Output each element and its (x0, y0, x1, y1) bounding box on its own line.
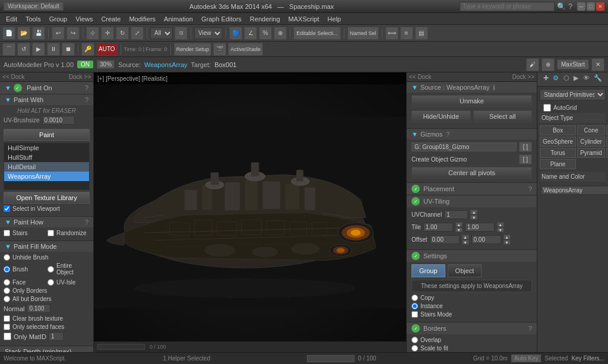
cmd-hierarchy[interactable]: ⬡ (563, 74, 569, 82)
view-dropdown[interactable]: View (194, 27, 223, 39)
create-gizmo-btn[interactable]: [ ] (519, 154, 532, 164)
tb-undo[interactable]: ↩ (52, 27, 65, 40)
uv-isle-radio[interactable] (48, 279, 54, 286)
tb-ref-coord[interactable]: ⊡ (175, 27, 188, 40)
paint-how-question[interactable]: ? (85, 219, 88, 226)
auto-key-btn[interactable]: Auto Key (511, 354, 542, 362)
obj-cylinder[interactable]: Cylinder (577, 137, 605, 147)
tile-u-down[interactable]: ▼ (455, 227, 463, 232)
placement-question[interactable]: ? (528, 185, 532, 192)
scale-to-fit-radio[interactable] (411, 345, 418, 352)
cmd-utilities[interactable]: 🔧 (594, 74, 602, 82)
all-but-borders-radio[interactable] (4, 296, 10, 302)
obj-geosphere[interactable]: GeoSphere (540, 137, 576, 147)
tb-spinner-snap[interactable]: ⊕ (274, 27, 287, 40)
gizmos-header[interactable]: ▼ Gizmos ? (407, 129, 537, 140)
menu-create[interactable]: Create (97, 14, 124, 24)
clear-brush-check[interactable] (4, 315, 10, 322)
menu-maxscript[interactable]: MAXScript (285, 14, 323, 24)
unhide-brush-radio[interactable] (4, 254, 10, 261)
tb2-loop[interactable]: ↺ (17, 43, 30, 56)
viewport[interactable]: [+] [Perspective] [Realistic] TOP (94, 72, 406, 352)
menu-graph-editors[interactable]: Graph Editors (198, 14, 245, 24)
gizmos-question[interactable]: ? (446, 131, 449, 138)
tb2-render[interactable]: 🎬 (213, 43, 226, 56)
paint-list-item-0[interactable]: HullSimple (4, 143, 89, 153)
source-info[interactable]: ℹ (493, 84, 495, 91)
offset-u-down[interactable]: ▼ (462, 240, 469, 245)
brush-size-input[interactable] (42, 116, 75, 125)
offset-u-up[interactable]: ▲ (462, 235, 469, 239)
tb2-active-shade[interactable]: ActiveShade (228, 43, 263, 56)
tb-xform[interactable]: Editable Selecti... (293, 27, 341, 40)
paint-on-question[interactable]: ? (85, 84, 88, 91)
right-dock-right[interactable]: Dock >> (512, 74, 534, 80)
offset-v-up[interactable]: ▲ (504, 235, 511, 239)
paint-how-header[interactable]: ▼ Paint How ? (0, 217, 93, 227)
tile-v-input[interactable] (465, 223, 495, 232)
tile-v-up[interactable]: ▲ (497, 222, 504, 227)
source-section-header[interactable]: ▼ Source : WeaponsArray ℹ (407, 82, 537, 93)
stack-depth-header[interactable]: Stack-Depth (min/max) (0, 346, 93, 352)
matid-check[interactable] (4, 333, 11, 340)
tb-snap[interactable]: 🔵 (229, 27, 242, 40)
tb2-render-setup[interactable]: Render Setup (174, 43, 212, 56)
tile-v-down[interactable]: ▼ (497, 227, 504, 232)
entire-object-radio[interactable] (48, 266, 54, 273)
close-button[interactable]: ✕ (596, 2, 604, 11)
tb2-curve[interactable]: ⌒ (2, 43, 15, 56)
menu-group[interactable]: Group (46, 14, 71, 24)
uvchannel-down[interactable]: ▼ (470, 215, 477, 220)
help-icon[interactable]: ? (568, 2, 572, 11)
tb-new[interactable]: 📄 (2, 27, 15, 40)
tb-save[interactable]: 💾 (32, 27, 45, 40)
normal-input[interactable] (27, 304, 50, 313)
tb-open[interactable]: 📂 (17, 27, 30, 40)
offset-v-down[interactable]: ▼ (504, 240, 511, 245)
right-dock-left[interactable]: << Dock (409, 74, 431, 80)
menu-tools[interactable]: Tools (22, 14, 45, 24)
plugin-toggle[interactable]: ON (77, 61, 93, 68)
maxstart-btn[interactable]: MaxStart (557, 59, 589, 69)
menu-help[interactable]: Help (324, 14, 345, 24)
face-radio[interactable] (4, 279, 10, 286)
autogrid-check[interactable] (543, 104, 551, 112)
minimize-button[interactable]: ─ (577, 2, 585, 11)
stairs-mode-check[interactable] (411, 311, 418, 318)
offset-u-input[interactable] (430, 235, 460, 244)
tb-layer[interactable]: ▤ (415, 27, 428, 40)
tb-move[interactable]: ✛ (101, 27, 114, 40)
menu-modifiers[interactable]: Modifiers (125, 14, 159, 24)
menu-animation[interactable]: Animation (160, 14, 197, 24)
tb-select[interactable]: ⊹ (86, 27, 99, 40)
tile-u-up[interactable]: ▲ (455, 222, 463, 227)
reference-dropdown[interactable]: All (150, 27, 173, 39)
cmd-motion[interactable]: ▶ (574, 74, 578, 82)
paint-fill-header[interactable]: ▼ Paint Fill Mode (0, 241, 93, 252)
tb-angle-snap[interactable]: ∠ (244, 27, 257, 40)
copy-radio[interactable] (411, 295, 418, 301)
borders-question[interactable]: ? (528, 325, 532, 332)
obj-plane[interactable]: Plane (540, 159, 576, 169)
uv-tiling-header[interactable]: ✓ UV-Tiling (407, 195, 537, 207)
search-icon[interactable]: 🔍 (557, 2, 566, 11)
paint-list-item-2[interactable]: HullDetail (4, 162, 89, 172)
tb-align[interactable]: ≡ (400, 27, 413, 40)
offset-v-input[interactable] (471, 235, 501, 244)
menu-edit[interactable]: Edit (2, 14, 21, 24)
only-selected-check[interactable] (4, 324, 10, 330)
pb-place-icon[interactable]: ⊕ (542, 58, 555, 71)
left-dock-right[interactable]: Dock >> (69, 74, 91, 80)
stairs-check[interactable] (4, 230, 10, 236)
only-borders-radio[interactable] (4, 287, 10, 294)
paint-list-item-1[interactable]: HullStuff (4, 153, 89, 162)
obj-box[interactable]: Box (540, 125, 576, 135)
paint-list-item-3[interactable]: WeaponsArray (4, 172, 89, 181)
obj-pyramid[interactable]: Pyramid (577, 148, 605, 158)
randomize-check[interactable] (48, 230, 54, 236)
tile-u-input[interactable] (423, 223, 453, 232)
tb2-play[interactable]: ▶ (32, 43, 45, 56)
group-btn[interactable]: Group (411, 264, 445, 277)
primitives-dropdown[interactable]: Standard Primitives (540, 89, 606, 100)
tb-percent-snap[interactable]: % (259, 27, 272, 40)
